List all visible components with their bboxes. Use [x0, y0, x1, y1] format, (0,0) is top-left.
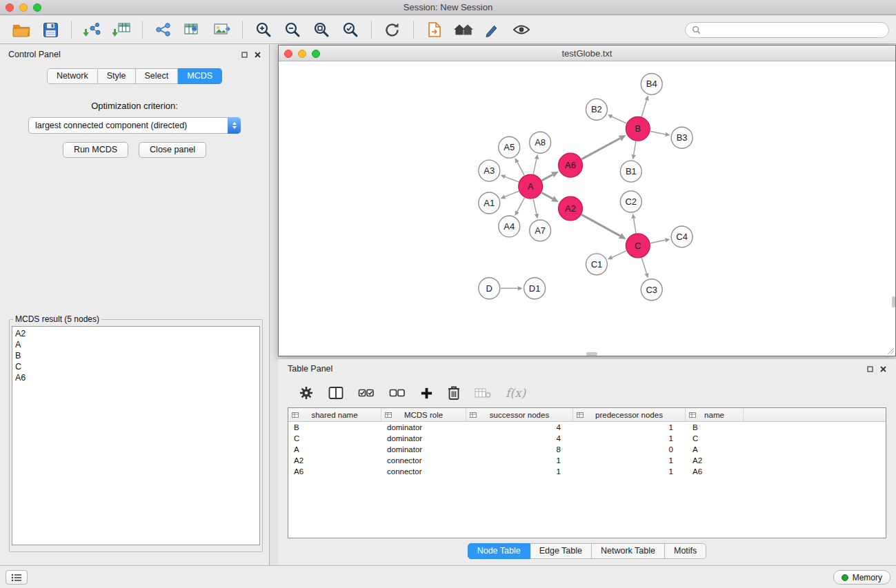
column-header-successor-nodes[interactable]: successor nodes	[466, 408, 573, 421]
network-graph[interactable]: B4B2BB3A5A8A6B1A3AC2A1A2A4A7C4CC1C3DD1	[279, 62, 895, 356]
graph-node-C1[interactable]: C1	[586, 254, 607, 275]
graph-edge[interactable]	[612, 251, 626, 257]
home-button[interactable]	[449, 18, 478, 41]
graph-node-A3[interactable]: A3	[479, 160, 500, 181]
float-panel-button[interactable]	[241, 52, 248, 58]
table-settings-button[interactable]	[299, 385, 314, 401]
graph-node-C[interactable]: C	[626, 234, 650, 258]
graph-node-A7[interactable]: A7	[530, 220, 551, 241]
graph-node-A8[interactable]: A8	[530, 132, 551, 153]
resize-grip-icon[interactable]	[886, 347, 895, 355]
graph-edge[interactable]	[505, 191, 519, 196]
graph-edge[interactable]	[581, 214, 620, 236]
close-table-panel-button[interactable]	[880, 366, 886, 372]
graph-node-B3[interactable]: B3	[671, 127, 693, 148]
select-all-button[interactable]	[358, 388, 375, 398]
tab-motifs[interactable]: Motifs	[665, 543, 706, 559]
close-window-button[interactable]	[6, 3, 14, 12]
export-image-button[interactable]	[207, 18, 236, 41]
graph-edge[interactable]	[612, 116, 626, 123]
graph-node-A1[interactable]: A1	[479, 192, 500, 214]
graph-edge[interactable]	[641, 100, 646, 116]
vertical-scrollbar-thumb[interactable]	[892, 296, 895, 307]
graph-edge[interactable]	[533, 159, 537, 174]
mcds-result-item[interactable]: C	[15, 361, 257, 372]
zoom-fit-button[interactable]	[307, 18, 336, 41]
column-header-name[interactable]: name	[686, 408, 744, 421]
graph-node-B4[interactable]: B4	[641, 73, 662, 94]
column-header-predecessor-nodes[interactable]: predecessor nodes	[573, 408, 686, 421]
open-session-button[interactable]	[7, 18, 36, 41]
import-table-button[interactable]	[107, 18, 136, 41]
table-row[interactable]: Cdominator41C	[288, 433, 886, 444]
graph-edge[interactable]	[634, 141, 636, 155]
delete-column-button[interactable]	[448, 385, 460, 401]
minimize-network-window-button[interactable]	[298, 50, 306, 58]
horizontal-scrollbar-thumb[interactable]	[586, 352, 597, 356]
search-input[interactable]	[704, 25, 882, 34]
graph-node-B1[interactable]: B1	[620, 161, 641, 182]
table-row[interactable]: A6connector11A6	[288, 466, 886, 477]
tab-node-table[interactable]: Node Table	[468, 543, 530, 559]
network-window-titlebar[interactable]: testGlobe.txt	[279, 45, 895, 61]
graph-node-D[interactable]: D	[479, 278, 500, 299]
graph-node-C2[interactable]: C2	[620, 191, 641, 212]
graph-edge[interactable]	[641, 258, 646, 274]
graph-edge[interactable]	[541, 192, 552, 199]
table-row[interactable]: Bdominator41B	[288, 422, 886, 433]
zoom-out-button[interactable]	[278, 18, 307, 41]
graph-edge[interactable]	[634, 219, 636, 233]
close-panel-button-2[interactable]: Close panel	[139, 142, 206, 158]
new-network-button[interactable]	[149, 18, 178, 41]
zoom-in-button[interactable]	[249, 18, 278, 41]
graph-node-C4[interactable]: C4	[671, 226, 693, 247]
mcds-result-item[interactable]: A6	[15, 372, 257, 383]
deselect-all-button[interactable]	[389, 388, 406, 398]
tab-style[interactable]: Style	[98, 68, 136, 84]
task-history-button[interactable]	[6, 570, 28, 585]
first-neighbors-button[interactable]	[420, 18, 449, 41]
zoom-selected-button[interactable]	[336, 18, 365, 41]
graph-edge[interactable]	[517, 198, 525, 212]
graph-edge[interactable]	[517, 162, 524, 175]
graph-node-A4[interactable]: A4	[499, 216, 520, 237]
import-network-button[interactable]	[78, 18, 107, 41]
function-builder-button[interactable]: f(x)	[506, 386, 526, 400]
mcds-result-list[interactable]: A2ABCA6	[12, 326, 260, 545]
graph-node-A[interactable]: A	[519, 174, 543, 199]
float-table-panel-button[interactable]	[867, 366, 873, 372]
graph-node-D1[interactable]: D1	[524, 278, 546, 299]
graph-edge[interactable]	[581, 139, 620, 159]
annotation-button[interactable]	[478, 18, 507, 41]
zoom-window-button[interactable]	[33, 3, 41, 12]
table-row[interactable]: A2connector11A2	[288, 455, 886, 466]
tab-network-table[interactable]: Network Table	[592, 543, 665, 559]
show-columns-button[interactable]	[328, 386, 344, 400]
graph-node-A5[interactable]: A5	[499, 136, 520, 158]
criterion-dropdown[interactable]: largest connected component (directed)	[28, 117, 241, 134]
mcds-result-item[interactable]: A2	[15, 328, 257, 339]
add-column-button[interactable]	[420, 387, 433, 400]
close-panel-button[interactable]	[255, 52, 261, 58]
tab-select[interactable]: Select	[136, 68, 179, 84]
table-row[interactable]: Adominator80A	[288, 444, 886, 455]
save-session-button[interactable]	[36, 18, 65, 41]
graph-node-A2[interactable]: A2	[559, 196, 583, 221]
run-mcds-button[interactable]: Run MCDS	[63, 142, 128, 158]
column-header-shared-name[interactable]: shared name	[288, 408, 381, 421]
new-table-button[interactable]	[178, 18, 207, 41]
graph-edge[interactable]	[650, 240, 666, 243]
column-header-mcds-role[interactable]: MCDS role	[381, 408, 466, 421]
minimize-window-button[interactable]	[19, 3, 28, 12]
close-network-window-button[interactable]	[284, 50, 292, 58]
zoom-network-window-button[interactable]	[312, 50, 320, 58]
show-hide-button[interactable]	[507, 18, 536, 41]
graph-edge[interactable]	[541, 175, 552, 181]
graph-node-B[interactable]: B	[626, 116, 650, 141]
graph-edge[interactable]	[533, 199, 537, 214]
network-canvas[interactable]: B4B2BB3A5A8A6B1A3AC2A1A2A4A7C4CC1C3DD1	[279, 62, 895, 356]
mcds-result-item[interactable]: A	[15, 339, 257, 350]
tab-network[interactable]: Network	[47, 68, 98, 84]
graph-edge[interactable]	[505, 176, 519, 182]
graph-node-A6[interactable]: A6	[559, 153, 583, 177]
